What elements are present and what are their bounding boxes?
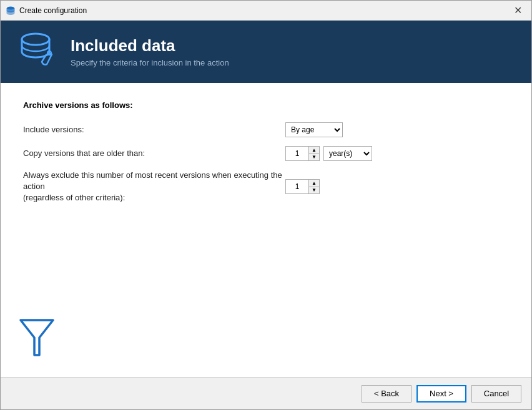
include-versions-select[interactable]: By age By count All versions (285, 122, 343, 137)
next-button[interactable]: Next > (416, 385, 466, 403)
exclude-recent-input[interactable] (286, 180, 308, 193)
create-configuration-window: Create configuration ✕ Included data Spe… (0, 0, 532, 410)
exclude-recent-increment[interactable]: ▲ (309, 180, 319, 187)
older-than-spinner-buttons: ▲ ▼ (308, 147, 319, 160)
titlebar-icon (6, 6, 16, 16)
header-database-icon (18, 32, 58, 72)
filter-icon (18, 316, 56, 360)
back-button[interactable]: < Back (362, 385, 411, 403)
title-bar: Create configuration ✕ (1, 1, 531, 21)
older-than-label: Copy versions that are older than: (23, 148, 285, 159)
filter-icon-area (18, 316, 56, 362)
include-versions-label: Include versions: (23, 124, 285, 135)
older-than-row: Copy versions that are older than: ▲ ▼ y… (23, 146, 509, 161)
older-than-input[interactable] (286, 147, 308, 160)
header-title: Included data (71, 36, 229, 56)
older-than-controls: ▲ ▼ year(s) month(s) day(s) (285, 146, 372, 161)
title-bar-text: Create configuration (19, 6, 509, 15)
main-content: Archive versions as follows: Include ver… (1, 83, 531, 377)
header-text: Included data Specify the criteria for i… (71, 36, 229, 67)
exclude-recent-spinner: ▲ ▼ (285, 179, 320, 194)
header-subtitle: Specify the criteria for inclusion in th… (71, 58, 229, 67)
section-title: Archive versions as follows: (23, 100, 509, 110)
svg-point-1 (22, 34, 49, 45)
exclude-recent-label: Always exclude this number of most recen… (23, 170, 285, 204)
exclude-recent-row: Always exclude this number of most recen… (23, 170, 509, 204)
close-button[interactable]: ✕ (509, 3, 526, 18)
footer: < Back Next > Cancel (1, 377, 531, 409)
older-than-spinner: ▲ ▼ (285, 146, 320, 161)
include-versions-controls: By age By count All versions (285, 122, 343, 137)
exclude-recent-spinner-buttons: ▲ ▼ (308, 180, 319, 193)
older-than-increment[interactable]: ▲ (309, 147, 319, 154)
exclude-recent-decrement[interactable]: ▼ (309, 187, 319, 193)
cancel-button[interactable]: Cancel (471, 385, 521, 403)
include-versions-row: Include versions: By age By count All ve… (23, 122, 509, 137)
older-than-unit-select[interactable]: year(s) month(s) day(s) (323, 146, 372, 161)
exclude-recent-controls: ▲ ▼ (285, 179, 320, 194)
older-than-decrement[interactable]: ▼ (309, 154, 319, 160)
svg-marker-3 (21, 320, 53, 355)
header-banner: Included data Specify the criteria for i… (1, 21, 531, 83)
